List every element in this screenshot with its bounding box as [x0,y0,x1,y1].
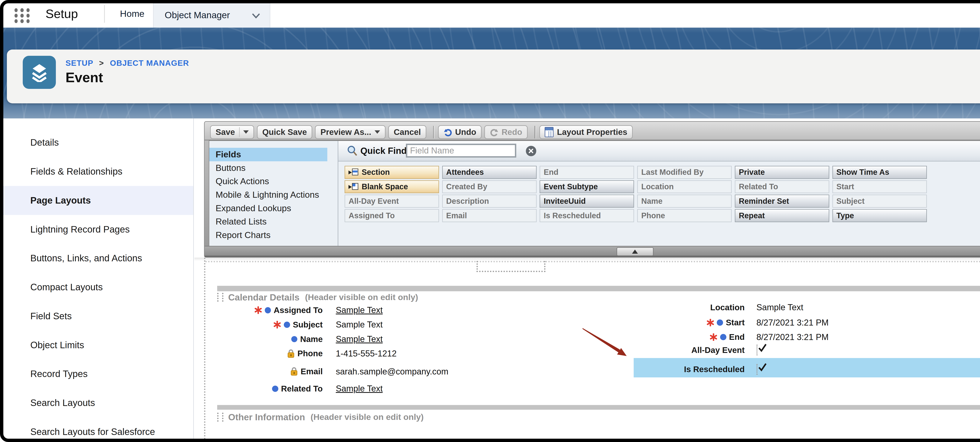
app-launcher-icon[interactable] [14,8,31,23]
palette-item-start[interactable]: Start [832,180,927,193]
standard-field-circle-icon [272,386,278,392]
palette-category-buttons[interactable]: Buttons [209,161,337,175]
save-menu-caret-icon[interactable] [243,130,249,134]
palette-item-reminder-set[interactable]: Reminder Set [735,195,829,208]
sidebar-item-object-limits[interactable]: Object Limits [0,331,193,360]
breadcrumb: SETUP > OBJECT MANAGER [65,59,189,68]
standard-field-circle-icon [720,334,726,340]
sidebar-item-field-sets[interactable]: Field Sets [0,302,193,331]
palette-category-list: Fields Buttons Quick Actions Mobile & Li… [209,148,337,242]
redo-button[interactable]: Redo [484,125,528,139]
palette-collapse-bar [205,246,980,257]
nav-divider [104,5,105,23]
page-header-card: SETUP > OBJECT MANAGER Event [7,49,980,103]
layout-properties-button[interactable]: Layout Properties [539,125,633,139]
breadcrumb-separator: > [99,59,104,68]
save-button[interactable]: Save [210,125,254,139]
palette-item-subject[interactable]: Subject [832,195,927,208]
palette-item-type[interactable]: Type [832,209,927,222]
palette-category-mobile-lightning-actions[interactable]: Mobile & Lightning Actions [209,188,337,202]
field-value-related-to: Sample Text [336,383,383,394]
palette-item-phone[interactable]: Phone [637,209,732,222]
section-header-calendar-details[interactable]: Calendar Details (Header visible on edit… [217,292,418,303]
palette-item-private[interactable]: Private [735,166,829,179]
undo-icon [443,128,452,137]
field-row-related-to[interactable]: Related To [194,383,323,394]
palette-item-event-subtype[interactable]: Event Subtype [539,180,634,193]
object-manager-sidebar: Details Fields & Relationships Page Layo… [0,119,194,442]
palette-item-inviteeuuid[interactable]: InviteeUuid [539,195,634,208]
palette-item-all-day-event[interactable]: All-Day Event [345,195,439,208]
sidebar-list: Details Fields & Relationships Page Layo… [0,128,193,442]
palette-item-related-to[interactable]: Related To [735,180,829,193]
drag-handle-icon[interactable] [217,413,223,421]
palette-item-name[interactable]: Name [637,195,732,208]
sidebar-item-compact-layouts[interactable]: Compact Layouts [0,272,193,302]
palette-item-show-time-as[interactable]: Show Time As [832,166,927,179]
drag-handle-icon[interactable] [217,293,223,302]
palette-item-email[interactable]: Email [442,209,537,222]
palette-category-quick-actions[interactable]: Quick Actions [209,174,337,188]
palette-item-created-by[interactable]: Created By [442,180,537,193]
fields-palette-grid: Section Attendees End Last Modified By P… [345,166,927,222]
palette-item-blank-space[interactable]: Blank Space [345,180,439,193]
breadcrumb-setup-link[interactable]: SETUP [65,59,93,68]
sidebar-item-search-layouts[interactable]: Search Layouts [0,388,193,417]
palette-category-report-charts[interactable]: Report Charts [209,228,337,242]
field-row-end[interactable]: End [194,332,745,342]
required-asterisk-icon [710,333,718,341]
global-nav-bar: Setup Home Object Manager [0,0,980,28]
empty-layout-element-outline [476,261,546,272]
palette-collapse-button[interactable] [617,247,654,256]
section-divider-bar [217,286,980,291]
quick-find-bar: Quick Find [338,141,980,162]
clear-search-icon[interactable] [526,146,536,156]
palette-item-attendees[interactable]: Attendees [442,166,537,179]
sidebar-item-details[interactable]: Details [0,128,193,157]
page-layout-editor-panel: Save Quick Save Preview As... Cancel Und… [204,121,980,258]
toolbar-separator [433,126,434,138]
palette-item-assigned-to[interactable]: Assigned To [345,209,439,222]
toolbar-separator [535,126,535,138]
tab-object-manager[interactable]: Object Manager [153,0,270,28]
sidebar-item-lightning-record-pages[interactable]: Lightning Record Pages [0,215,193,244]
app-title: Setup [46,0,78,28]
section-divider-bar [217,405,980,410]
tab-home[interactable]: Home [110,0,154,28]
quick-find-input[interactable] [406,144,516,157]
sidebar-item-page-layouts[interactable]: Page Layouts [0,186,193,215]
red-annotation-arrow [577,323,636,363]
palette-item-description[interactable]: Description [442,195,537,208]
field-value-start: 8/27/2021 3:21 PM [756,317,829,328]
object-icon [23,56,56,89]
field-row-is-rescheduled[interactable]: Is Rescheduled [194,364,745,375]
preview-as-caret-icon [375,130,380,134]
section-header-other-information[interactable]: Other Information (Header visible on edi… [217,412,423,422]
field-value-end: 8/27/2021 3:21 PM [756,332,829,342]
cancel-button[interactable]: Cancel [388,125,426,139]
field-row-all-day-event[interactable]: All-Day Event [194,345,745,355]
sidebar-item-fields-relationships[interactable]: Fields & Relationships [0,157,193,186]
section-title-suffix: (Header visible on edit only) [305,292,418,302]
palette-item-last-modified-by[interactable]: Last Modified By [637,166,732,179]
quick-save-button[interactable]: Quick Save [257,125,312,139]
undo-button[interactable]: Undo [438,125,482,139]
sidebar-item-buttons-links-actions[interactable]: Buttons, Links, and Actions [0,244,193,272]
layout-preview-canvas: Calendar Details (Header visible on edit… [194,258,980,442]
palette-item-location[interactable]: Location [637,180,732,193]
field-row-start[interactable]: Start [194,317,745,328]
sidebar-item-search-layouts-salesforce[interactable]: Search Layouts for Salesforce [0,417,193,442]
sidebar-item-record-types[interactable]: Record Types [0,360,193,388]
palette-item-section[interactable]: Section [345,166,439,179]
field-checkbox-all-day-event [756,345,757,355]
field-row-location[interactable]: Location [194,302,745,313]
palette-category-expanded-lookups[interactable]: Expanded Lookups [209,202,337,215]
palette-item-is-rescheduled[interactable]: Is Rescheduled [539,209,634,222]
checkbox-checked-icon [756,345,757,355]
palette-category-fields[interactable]: Fields [209,148,327,161]
breadcrumb-object-manager-link[interactable]: OBJECT MANAGER [110,59,189,68]
palette-item-end[interactable]: End [539,166,634,179]
preview-as-button[interactable]: Preview As... [315,125,385,139]
palette-category-related-lists[interactable]: Related Lists [209,215,337,228]
palette-item-repeat[interactable]: Repeat [735,209,829,222]
